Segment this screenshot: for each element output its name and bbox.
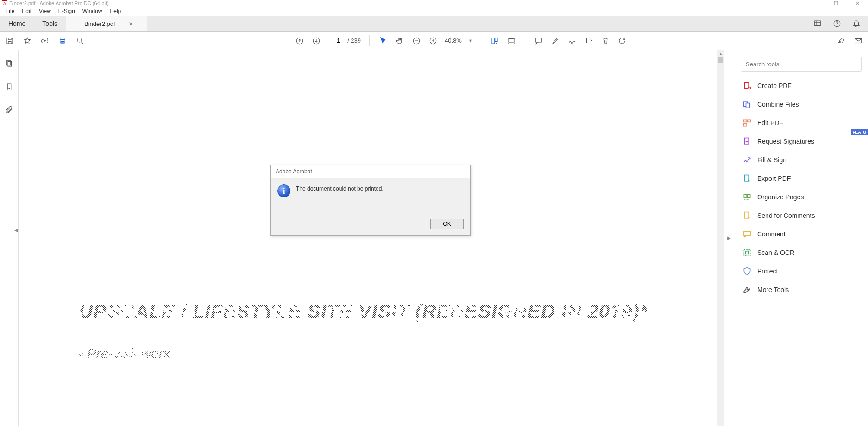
tool-label: Request Signatures xyxy=(757,138,814,145)
svg-rect-23 xyxy=(744,124,747,126)
tool-organize-pages[interactable]: Organize Pages xyxy=(734,188,868,206)
zoom-in-icon[interactable] xyxy=(428,36,438,46)
fit-width-icon[interactable] xyxy=(490,36,500,46)
svg-rect-14 xyxy=(586,38,591,43)
tool-combine-files[interactable]: Combine Files xyxy=(734,95,868,114)
menu-edit[interactable]: Edit xyxy=(18,7,35,15)
svg-rect-22 xyxy=(744,120,747,122)
tool-request-signatures[interactable]: Request SignaturesFEATU xyxy=(734,132,868,151)
menu-window[interactable]: Window xyxy=(79,7,106,15)
page-up-icon[interactable] xyxy=(295,36,305,46)
bookmark-icon[interactable] xyxy=(4,82,14,92)
menu-view[interactable]: View xyxy=(35,7,55,15)
edit-pdf-icon xyxy=(742,118,752,127)
info-icon: i xyxy=(277,184,290,197)
menu-file[interactable]: File xyxy=(2,7,18,15)
organize-pages-icon xyxy=(742,192,752,202)
more-tools-icon xyxy=(742,285,752,294)
maximize-button[interactable]: ☐ xyxy=(825,0,847,6)
zoom-out-icon[interactable] xyxy=(411,36,421,46)
scroll-up-arrow-icon[interactable]: ▲ xyxy=(717,50,724,57)
vertical-scrollbar[interactable]: ▲ xyxy=(717,50,724,426)
comment-icon[interactable] xyxy=(534,36,544,46)
scan-ocr-icon xyxy=(742,248,752,257)
svg-rect-12 xyxy=(509,38,514,42)
scroll-thumb[interactable] xyxy=(718,57,723,63)
cloud-upload-icon[interactable] xyxy=(40,36,50,46)
tool-label: Create PDF xyxy=(757,82,792,89)
left-nav-rail: ◀ xyxy=(0,50,19,426)
tool-fill-sign[interactable]: Fill & Sign xyxy=(734,151,868,169)
page-total: / 239 xyxy=(347,37,361,44)
svg-rect-17 xyxy=(8,62,12,67)
hand-pan-icon[interactable] xyxy=(395,36,405,46)
attachment-icon[interactable] xyxy=(4,105,14,115)
document-bullet-1: •Pre-visit work xyxy=(79,346,711,362)
rotate-icon[interactable] xyxy=(617,36,627,46)
window-title: Binder2.pdf - Adobe Acrobat Pro DC (64-b… xyxy=(9,0,109,6)
svg-rect-30 xyxy=(744,231,751,235)
svg-rect-24 xyxy=(748,120,751,122)
menu-help[interactable]: Help xyxy=(106,7,125,15)
zoom-level[interactable]: 40.8% xyxy=(445,37,462,44)
sign-icon[interactable] xyxy=(567,36,577,46)
delete-icon[interactable] xyxy=(600,36,610,46)
document-viewport[interactable]: UPSCALE / LIFESTYLE SITE VISIT (REDESIGN… xyxy=(19,50,724,426)
thumbnails-icon[interactable] xyxy=(4,58,14,69)
tool-export-pdf[interactable]: Export PDF xyxy=(734,169,868,188)
ok-button[interactable]: OK xyxy=(430,219,464,229)
fill-sign-icon xyxy=(742,155,752,165)
tool-label: Edit PDF xyxy=(757,119,783,127)
tool-more-tools[interactable]: More Tools xyxy=(734,280,868,299)
signature-pen-icon[interactable] xyxy=(837,36,847,46)
share-pane-icon[interactable] xyxy=(812,19,823,29)
error-dialog: Adobe Acrobat i The document could not b… xyxy=(270,165,471,236)
featured-badge: FEATU xyxy=(851,129,868,135)
tool-protect[interactable]: Protect xyxy=(734,262,868,280)
svg-rect-16 xyxy=(6,60,10,65)
svg-rect-32 xyxy=(746,251,749,254)
search-tools-input[interactable] xyxy=(741,57,862,72)
zoom-dropdown-icon[interactable]: ▼ xyxy=(468,38,472,43)
tool-scan-ocr[interactable]: Scan & OCR xyxy=(734,243,868,262)
svg-rect-0 xyxy=(814,21,821,26)
tab-tools[interactable]: Tools xyxy=(34,16,66,31)
search-icon[interactable] xyxy=(75,36,85,46)
help-icon[interactable] xyxy=(832,19,842,29)
tool-label: Comment xyxy=(757,230,786,238)
window-controls: — ☐ ✕ xyxy=(804,0,868,6)
stamp-icon[interactable] xyxy=(584,36,594,46)
tool-edit-pdf[interactable]: Edit PDF xyxy=(734,114,868,132)
svg-rect-31 xyxy=(744,249,750,255)
tool-send-comments[interactable]: Send for Comments xyxy=(734,206,868,225)
selection-arrow-icon[interactable] xyxy=(378,36,388,46)
menu-esign[interactable]: E-Sign xyxy=(55,7,79,15)
save-icon[interactable] xyxy=(5,36,15,46)
page-number-input[interactable] xyxy=(328,36,341,45)
print-icon[interactable] xyxy=(57,36,68,46)
email-icon[interactable] xyxy=(853,36,863,46)
separator xyxy=(525,35,525,46)
tool-create-pdf[interactable]: Create PDF xyxy=(734,76,868,95)
tab-document[interactable]: Binder2.pdf × xyxy=(66,16,147,31)
left-rail-collapse-icon[interactable]: ◀ xyxy=(14,225,19,235)
tool-comment[interactable]: Comment xyxy=(734,225,868,243)
highlight-icon[interactable] xyxy=(550,36,560,46)
close-window-button[interactable]: ✕ xyxy=(847,0,868,6)
star-icon[interactable] xyxy=(22,36,32,46)
bell-icon[interactable] xyxy=(851,19,862,29)
fit-page-icon[interactable] xyxy=(506,36,516,46)
tab-row: Home Tools Binder2.pdf × xyxy=(0,16,868,32)
protect-icon xyxy=(742,267,752,276)
page-down-icon[interactable] xyxy=(311,36,321,46)
svg-rect-3 xyxy=(61,38,64,40)
tool-label: Fill & Sign xyxy=(757,156,786,164)
minimize-button[interactable]: — xyxy=(804,0,825,6)
tab-close-icon[interactable]: × xyxy=(129,20,133,27)
svg-rect-21 xyxy=(746,103,750,108)
tool-label: Organize Pages xyxy=(757,193,804,201)
tab-home[interactable]: Home xyxy=(0,16,34,31)
right-rail-collapse-icon[interactable]: ▶ xyxy=(724,50,734,426)
tool-list: Create PDF Combine Files Edit PDF Reques… xyxy=(734,76,868,299)
tab-document-label: Binder2.pdf xyxy=(84,20,115,27)
